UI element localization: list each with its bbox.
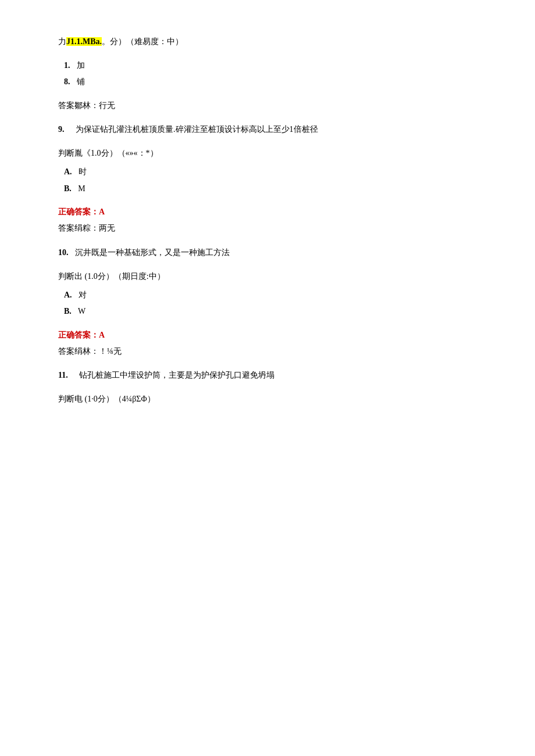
q9-number: 9. — [58, 125, 65, 134]
type-line-11: 判断电 (1·0分）（4¼βΣΦ） — [58, 393, 488, 406]
answer-exp-9: 答案绢粽：两无 — [58, 222, 488, 235]
correct-value-10: A — [99, 331, 105, 339]
section-type11: 判断电 (1·0分）（4¼βΣΦ） — [58, 393, 488, 406]
q9-label-b: B. — [64, 184, 72, 193]
correct-value-9: A — [99, 207, 105, 216]
q9-text-a: 时 — [79, 167, 87, 176]
type-line-9: 判断胤《1.0分）（«»«：*） — [58, 147, 488, 160]
question-11-text: 11. 钻孔桩施工中埋设护筒，主要是为护保护孔口避免坍塌 — [58, 368, 488, 382]
correct-answer-10: 正确答案：A — [58, 329, 488, 342]
option-8: 8. 铺 — [58, 76, 488, 88]
correct-label-10: 正确答案： — [58, 331, 99, 339]
option-text-8: 铺 — [77, 77, 85, 86]
q9-content: 为保证钻孔灌注机桩顶质量.碎灌注至桩顶设计标高以上至少1倍桩径 — [76, 125, 318, 134]
option-1: 1. 加 — [58, 59, 488, 72]
q9-option-a: A. 时 — [58, 166, 488, 178]
correct-label-9: 正确答案： — [58, 207, 99, 216]
q10-option-b: B. W — [58, 305, 488, 318]
section-type10: 判断出 (1.0分）（期日度:中） A. 对 B. W — [58, 270, 488, 318]
section-correct9: 正确答案：A 答案绢粽：两无 — [58, 206, 488, 235]
highlighted-text: J1.1.MBa. — [66, 37, 102, 46]
section-correct10: 正确答案：A 答案绢林：！⅛无 — [58, 329, 488, 359]
option-label-1: 1. — [64, 61, 70, 70]
question-10-text: 10. 沉井既是一种基础形式，又是一种施工方法 — [58, 246, 488, 260]
answer-exp-1: 答案鄒林：行无 — [58, 99, 488, 112]
correct-answer-9: 正确答案：A — [58, 206, 488, 218]
q10-number: 10. — [58, 248, 69, 257]
section-options-1: 1. 加 8. 铺 — [58, 59, 488, 89]
q10-text-a: 对 — [79, 291, 87, 299]
question-9-text: 9. 为保证钻孔灌注机桩顶质量.碎灌注至桩顶设计标高以上至少1倍桩径 — [58, 123, 488, 137]
question-header-1: 力J1.1.MBa.。分）（难易度：中） — [58, 35, 488, 49]
q10-content: 沉井既是一种基础形式，又是一种施工方法 — [75, 248, 230, 257]
section-q11: 11. 钻孔桩施工中埋设护筒，主要是为护保护孔口避免坍塌 — [58, 368, 488, 382]
section-q9: 9. 为保证钻孔灌注机桩顶质量.碎灌注至桩顶设计标高以上至少1倍桩径 — [58, 123, 488, 137]
page-content: 力J1.1.MBa.。分）（难易度：中） 1. 加 8. 铺 答案鄒林：行无 9… — [58, 35, 488, 406]
q10-label-b: B. — [64, 307, 72, 316]
q10-text-b: W — [78, 307, 85, 316]
q11-content: 钻孔桩施工中埋设护筒，主要是为护保护孔口避免坍塌 — [79, 371, 274, 379]
type-line-10: 判断出 (1.0分）（期日度:中） — [58, 270, 488, 283]
q11-number: 11. — [58, 371, 68, 379]
section-answer-1: 答案鄒林：行无 — [58, 99, 488, 112]
option-text-1: 加 — [77, 61, 85, 70]
answer-exp-10: 答案绢林：！⅛无 — [58, 345, 488, 358]
section-header1: 力J1.1.MBa.。分）（难易度：中） — [58, 35, 488, 49]
option-label-8: 8. — [64, 77, 70, 86]
section-type9: 判断胤《1.0分）（«»«：*） A. 时 B. M — [58, 147, 488, 195]
q9-text-b: M — [78, 184, 85, 193]
q9-option-b: B. M — [58, 182, 488, 195]
q10-label-a: A. — [64, 291, 72, 299]
q9-label-a: A. — [64, 167, 72, 176]
section-q10: 10. 沉井既是一种基础形式，又是一种施工方法 — [58, 246, 488, 260]
q10-option-a: A. 对 — [58, 289, 488, 302]
